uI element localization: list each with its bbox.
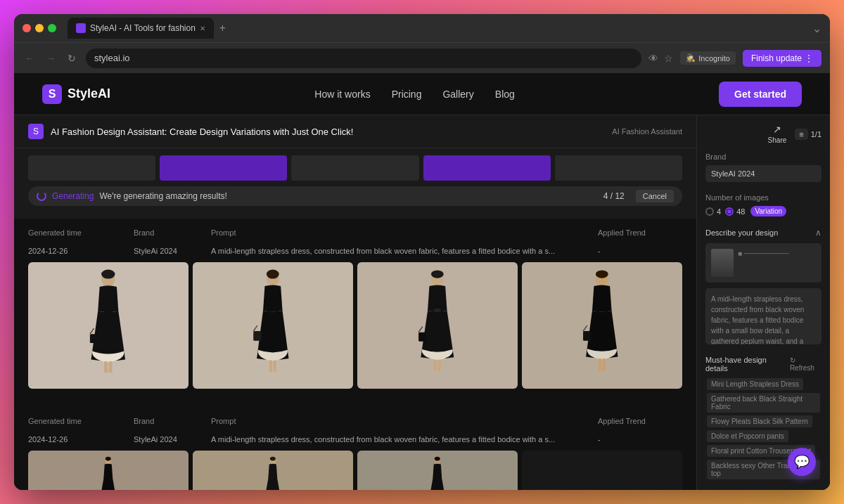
tag-3[interactable]: Dolce et Popcorn pants: [707, 430, 788, 442]
active-tab[interactable]: StyleAI - AI Tools for fashion ✕: [68, 18, 214, 39]
dress-svg-7: [381, 453, 494, 490]
svg-point-14: [431, 270, 444, 278]
svg-rect-9: [269, 360, 272, 371]
site-logo[interactable]: S StyleAI: [42, 84, 110, 104]
ai-logo-small: S: [28, 124, 44, 139]
design-preview-desc: ■ ─────────: [738, 249, 789, 259]
result-image-3[interactable]: [357, 262, 518, 389]
browser-window: StyleAI - AI Tools for fashion ✕ + ⌄ ← →…: [14, 14, 830, 490]
img-placeholder-1: [28, 155, 155, 181]
radio-48[interactable]: 48 Variation: [725, 206, 786, 217]
finish-update-button[interactable]: Finish update ⋮: [743, 50, 821, 67]
design-text-block: A midi-length strapless dress, construct…: [705, 288, 821, 344]
img-placeholder-2: [160, 155, 287, 181]
close-button[interactable]: [23, 24, 31, 32]
radio-dot-48: [725, 207, 734, 216]
nav-blog[interactable]: Blog: [495, 89, 515, 100]
tab-bar: StyleAI - AI Tools for fashion ✕ +: [68, 18, 229, 39]
result-image-6[interactable]: [193, 451, 353, 490]
url-bar[interactable]: styleai.io: [86, 49, 641, 68]
title-bar-collapse[interactable]: ⌄: [812, 22, 821, 35]
radio-4[interactable]: 4: [705, 207, 721, 216]
svg-line-19: [418, 327, 423, 332]
describe-section: Describe your design ∧ ■ ───────── A mid…: [705, 228, 821, 344]
minimize-button[interactable]: [35, 24, 44, 32]
radio-4-label: 4: [717, 207, 721, 216]
progress-count: 4 / 12: [603, 191, 625, 201]
result-image-4[interactable]: [522, 262, 682, 389]
variation-badge: Variation: [750, 206, 786, 217]
results-section-2: Generated time Brand Prompt Applied Tren…: [14, 407, 696, 490]
star-icon[interactable]: ☆: [664, 53, 673, 64]
maximize-button[interactable]: [48, 24, 56, 32]
collapse-icon[interactable]: ∧: [815, 228, 821, 238]
nav-gallery[interactable]: Gallery: [442, 89, 473, 100]
back-button[interactable]: ←: [23, 53, 37, 64]
new-tab-button[interactable]: +: [217, 22, 229, 34]
cancel-button[interactable]: Cancel: [636, 190, 674, 202]
brand-label: Brand: [705, 153, 821, 161]
svg-line-12: [253, 325, 257, 331]
loading-spinner: [37, 191, 46, 201]
radio-48-label: 48: [736, 207, 745, 216]
svg-rect-18: [418, 332, 426, 342]
dress-svg-1: [52, 269, 165, 382]
tag-1[interactable]: Gathered back Black Straight Fabric: [707, 393, 820, 413]
share-button[interactable]: ↗ Share: [768, 124, 787, 144]
result-image-2[interactable]: [193, 262, 353, 389]
must-have-title: Must-have design details: [705, 356, 790, 373]
share-icon: ↗: [773, 124, 781, 135]
col-brand: Brand: [134, 228, 204, 237]
title-bar: StyleAI - AI Tools for fashion ✕ + ⌄: [14, 14, 830, 42]
forward-button[interactable]: →: [44, 53, 58, 64]
page-toggle-icon[interactable]: ≡: [795, 129, 807, 140]
img-placeholder-5: [555, 155, 682, 181]
design-thumb-inner: [711, 249, 734, 277]
tab-close-icon[interactable]: ✕: [200, 25, 205, 32]
tag-0[interactable]: Mini Length Strapless Dress: [707, 378, 803, 390]
cell-time-2: 2024-12-26: [28, 435, 127, 444]
describe-title: Describe your design: [705, 228, 778, 237]
tag-2[interactable]: Flowy Pleats Black Silk Pattern: [707, 415, 812, 427]
url-text: styleai.io: [94, 53, 130, 63]
cell-trend-2: -: [598, 435, 682, 444]
eye-off-icon[interactable]: 👁: [648, 53, 658, 64]
svg-rect-23: [603, 358, 606, 371]
radio-dot-4: [705, 207, 714, 216]
img-placeholder-4: [423, 155, 551, 181]
site-nav: S StyleAI How it works Pricing Gallery B…: [14, 73, 830, 115]
result-image-5[interactable]: [28, 451, 188, 490]
table-row-1: 2024-12-26 StyleAi 2024 A midi-length st…: [28, 244, 682, 258]
logo-symbol: S: [49, 88, 56, 101]
nav-how-it-works[interactable]: How it works: [314, 89, 370, 100]
website: S StyleAI How it works Pricing Gallery B…: [14, 73, 830, 490]
ai-header: S AI Fashion Design Assistant: Create De…: [14, 115, 696, 148]
col2-prompt: Prompt: [211, 417, 591, 425]
must-have-header: Must-have design details ↻ Refresh: [705, 356, 821, 373]
logo-icon: S: [42, 84, 62, 104]
result-image-7[interactable]: [357, 451, 518, 490]
svg-rect-16: [434, 360, 437, 371]
result-image-1[interactable]: [28, 262, 188, 389]
svg-rect-5: [90, 334, 98, 343]
image-placeholder-row: [28, 155, 682, 181]
num-images-section: Number of images 4 48 Variation: [705, 193, 821, 217]
nav-pricing[interactable]: Pricing: [392, 89, 422, 100]
col-applied-trend: Applied Trend: [598, 228, 682, 237]
nav-links: How it works Pricing Gallery Blog: [314, 89, 515, 100]
chat-fab[interactable]: 💬: [788, 448, 816, 476]
dress-svg-6: [217, 453, 329, 490]
refresh-button[interactable]: ↻: [65, 53, 79, 64]
get-started-button[interactable]: Get started: [719, 82, 802, 107]
svg-rect-22: [599, 358, 601, 371]
generating-label: Generating: [52, 191, 94, 201]
results-images-1: [28, 262, 682, 389]
design-thumbnail: [711, 249, 734, 277]
refresh-button[interactable]: ↻ Refresh: [790, 356, 821, 372]
brand-section: Brand StyleAI 2024: [705, 153, 821, 182]
dress-svg-2: [217, 269, 329, 382]
incognito-badge: 🕵 Incognito: [680, 51, 736, 65]
brand-select[interactable]: StyleAI 2024: [705, 165, 821, 182]
table-header-1: Generated time Brand Prompt Applied Tren…: [28, 226, 682, 240]
results-images-2: [28, 451, 682, 490]
